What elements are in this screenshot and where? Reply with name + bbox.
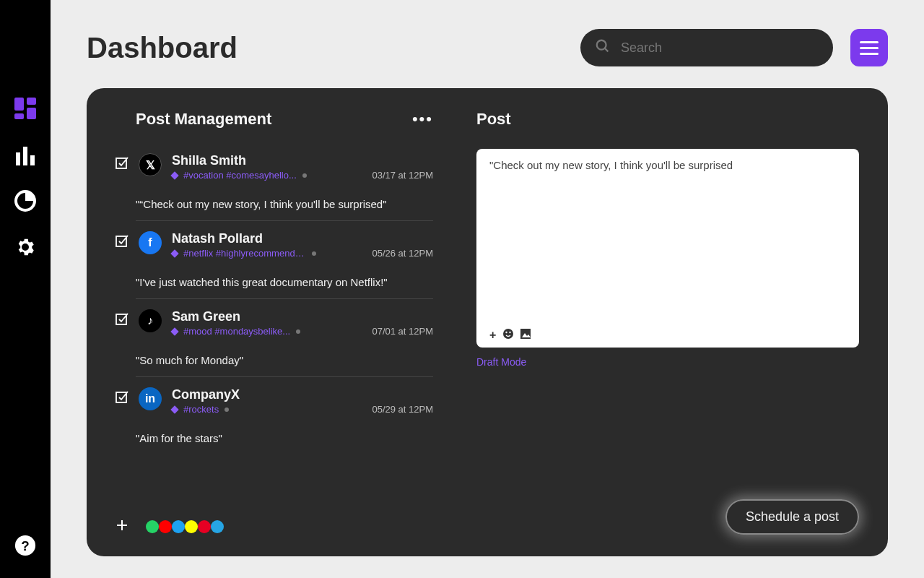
more-icon[interactable]: •••: [412, 110, 433, 129]
sidebar-item-reports[interactable]: [14, 190, 36, 212]
post-composer[interactable]: "Check out my new story, I think you'll …: [476, 149, 859, 348]
whatsapp-icon[interactable]: [146, 520, 159, 533]
svg-rect-1: [27, 98, 36, 105]
twitter-icon[interactable]: [172, 520, 185, 533]
post-author: Shilla Smith: [172, 153, 433, 168]
snapchat-icon[interactable]: [185, 520, 198, 533]
checkbox-icon[interactable]: [116, 234, 128, 250]
image-icon[interactable]: [520, 329, 531, 342]
svg-line-11: [605, 48, 609, 52]
post-item[interactable]: ♪ Sam Green #mood #mondaysbelike... 07/0…: [116, 299, 433, 347]
dot-separator: [302, 173, 307, 178]
post-body: "Aim for the stars": [136, 432, 433, 444]
post-body: "So much for Monday": [136, 354, 433, 366]
sidebar-item-settings[interactable]: [14, 236, 36, 258]
main-panel: Post Management ••• 𝕏 Shilla Smith #voca…: [87, 88, 888, 556]
svg-point-18: [503, 329, 513, 339]
post-tags[interactable]: #rockets: [183, 404, 219, 415]
post-body: "“Check out my new story, I think you'll…: [136, 198, 433, 210]
svg-rect-0: [14, 98, 24, 111]
post-date: 07/01 at 12PM: [372, 326, 433, 337]
svg-rect-6: [30, 155, 35, 165]
svg-rect-15: [116, 392, 126, 402]
tag-icon: [170, 405, 178, 413]
svg-text:?: ?: [21, 538, 29, 553]
menu-icon: [860, 41, 879, 43]
svg-rect-4: [16, 152, 20, 165]
post-item[interactable]: 𝕏 Shilla Smith #vocation #comesayhello..…: [116, 143, 433, 191]
tag-icon: [170, 171, 178, 179]
menu-button[interactable]: [850, 29, 888, 66]
dot-separator: [296, 329, 300, 334]
svg-point-19: [506, 332, 507, 333]
x-icon: 𝕏: [139, 153, 162, 176]
post-date: 05/26 at 12PM: [372, 248, 433, 259]
svg-point-20: [510, 332, 511, 333]
tiktok-icon: ♪: [139, 309, 162, 332]
post-date: 05/29 at 12PM: [372, 404, 433, 415]
svg-rect-14: [116, 314, 126, 324]
post-author: Sam Green: [172, 309, 433, 324]
post-tags[interactable]: #netflix #highlyrecommended...: [183, 248, 306, 259]
svg-rect-12: [116, 158, 126, 168]
pinterest-icon[interactable]: [198, 520, 211, 533]
facebook-icon: f: [139, 231, 162, 254]
search-bar[interactable]: [580, 29, 833, 66]
page-title: Dashboard: [87, 32, 237, 64]
schedule-post-button[interactable]: Schedule a post: [725, 499, 859, 535]
checkbox-icon[interactable]: [116, 156, 128, 172]
svg-rect-3: [14, 113, 24, 119]
emoji-icon[interactable]: [503, 329, 513, 342]
telegram-icon[interactable]: [211, 520, 224, 533]
post-author: CompanyX: [172, 387, 433, 402]
add-network-button[interactable]: [116, 519, 128, 535]
attach-icon[interactable]: +: [489, 329, 496, 342]
post-management-title: Post Management: [116, 110, 271, 129]
post-item[interactable]: f Natash Pollard #netflix #highlyrecomme…: [116, 221, 433, 269]
svg-rect-5: [23, 147, 27, 165]
dot-separator: [312, 251, 316, 256]
help-icon[interactable]: ?: [14, 535, 36, 556]
composer-text[interactable]: "Check out my new story, I think you'll …: [489, 159, 846, 329]
sidebar-item-analytics[interactable]: [14, 144, 36, 165]
draft-mode-toggle[interactable]: Draft Mode: [476, 356, 859, 368]
post-body: "I've just watched this great documentar…: [136, 276, 433, 288]
sidebar-item-dashboard[interactable]: [14, 98, 36, 119]
post-item[interactable]: in CompanyX #rockets 05/29 at 12PM: [116, 377, 433, 425]
checkbox-icon[interactable]: [116, 390, 128, 406]
post-tags[interactable]: #mood #mondaysbelike...: [183, 326, 290, 337]
svg-rect-2: [27, 108, 36, 119]
post-tags[interactable]: #vocation #comesayhello...: [183, 170, 297, 181]
tag-icon: [170, 249, 178, 257]
linkedin-icon: in: [139, 387, 162, 410]
youtube-icon[interactable]: [159, 520, 172, 533]
search-input[interactable]: [621, 40, 819, 56]
post-author: Natash Pollard: [172, 231, 433, 246]
network-icons-row: [146, 520, 224, 533]
checkbox-icon[interactable]: [116, 312, 128, 328]
sidebar-nav: ?: [0, 0, 51, 578]
svg-rect-13: [116, 236, 126, 246]
composer-title: Post: [476, 110, 511, 129]
search-icon: [595, 38, 611, 57]
tag-icon: [170, 327, 178, 335]
dot-separator: [225, 407, 229, 412]
post-date: 03/17 at 12PM: [372, 170, 433, 181]
svg-point-10: [597, 40, 606, 50]
